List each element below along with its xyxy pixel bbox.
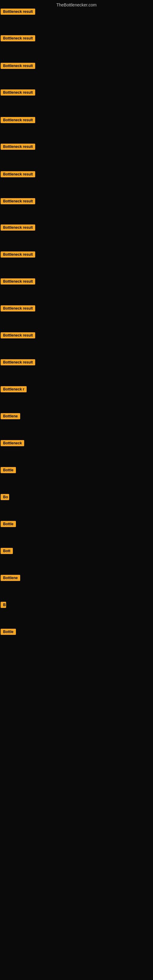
bottleneck-badge-9[interactable]: Bottleneck result (1, 224, 35, 231)
bottleneck-badge-6[interactable]: Bottleneck result (1, 144, 35, 150)
bottleneck-badge-4[interactable]: Bottleneck result (1, 89, 35, 95)
bottleneck-badge-12[interactable]: Bottleneck result (1, 305, 35, 312)
bottleneck-badge-21[interactable]: Bott (1, 548, 13, 554)
bottleneck-badge-3[interactable]: Bottleneck result (1, 63, 35, 69)
badges-container: Bottleneck resultBottleneck resultBottle… (0, 9, 153, 976)
bottleneck-badge-20[interactable]: Bottle (1, 521, 16, 527)
bottleneck-badge-5[interactable]: Bottleneck result (1, 117, 35, 123)
bottleneck-badge-15[interactable]: Bottleneck r (1, 386, 27, 392)
bottleneck-badge-18[interactable]: Bottle (1, 467, 16, 473)
bottleneck-badge-16[interactable]: Bottlene (1, 413, 20, 419)
bottleneck-badge-1[interactable]: Bottleneck result (1, 9, 35, 15)
bottleneck-badge-13[interactable]: Bottleneck result (1, 332, 35, 339)
bottleneck-badge-2[interactable]: Bottleneck result (1, 35, 35, 41)
bottleneck-badge-8[interactable]: Bottleneck result (1, 198, 35, 204)
bottleneck-badge-23[interactable]: B (1, 602, 6, 608)
bottleneck-badge-24[interactable]: Bottle (1, 629, 16, 635)
site-title: TheBottlenecker.com (0, 0, 153, 9)
bottleneck-badge-17[interactable]: Bottleneck (1, 440, 24, 446)
bottleneck-badge-19[interactable]: Bo (1, 494, 9, 500)
bottleneck-badge-22[interactable]: Bottlene (1, 575, 20, 581)
bottleneck-badge-7[interactable]: Bottleneck result (1, 171, 35, 177)
bottleneck-badge-14[interactable]: Bottleneck result (1, 359, 35, 365)
bottleneck-badge-11[interactable]: Bottleneck result (1, 278, 35, 285)
bottleneck-badge-10[interactable]: Bottleneck result (1, 251, 35, 258)
